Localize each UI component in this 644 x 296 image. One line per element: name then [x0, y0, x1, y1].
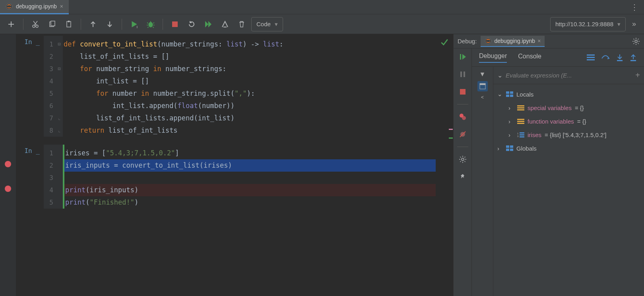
svg-point-10 — [485, 38, 491, 44]
restart-kernel-button[interactable] — [184, 17, 199, 31]
debug-content: Debugger Console ▼ < — [472, 48, 644, 296]
scope-label: Globals — [516, 145, 537, 152]
resume-button[interactable] — [458, 52, 468, 62]
tree-var-function[interactable]: › function variables = {} — [497, 114, 640, 128]
tab-overflow-menu-icon[interactable]: ⋮ — [625, 3, 644, 11]
editor-tab-label: debugging.ipynb — [16, 3, 57, 10]
svg-rect-34 — [517, 119, 524, 120]
marker-strip[interactable] — [448, 34, 453, 296]
frames-prev-icon[interactable]: < — [481, 95, 484, 100]
cell-type-dropdown[interactable]: Code ▾ — [251, 17, 283, 31]
add-cell-button[interactable] — [4, 17, 18, 31]
paste-button[interactable] — [62, 17, 76, 31]
toolbar-overflow-icon[interactable]: » — [628, 20, 640, 28]
svg-rect-20 — [587, 54, 595, 56]
copy-button[interactable] — [45, 17, 59, 31]
breakpoint-dot[interactable] — [5, 186, 11, 192]
editor-file-tab[interactable]: debugging.ipynb × — [0, 0, 69, 14]
interrupt-kernel-button[interactable] — [168, 17, 182, 31]
svg-rect-26 — [480, 83, 485, 85]
svg-point-17 — [462, 116, 466, 120]
debug-tool-window: Debug: debugging.ipynb × — [453, 34, 644, 296]
var-value: = {list} ['5.4,3;7,1.5,0.2'] — [545, 132, 606, 138]
expand-icon[interactable]: ⌄ — [497, 72, 502, 79]
fold-gutter[interactable]: ⊟⊟⌞⌞ — [56, 36, 63, 137]
ok-marker[interactable] — [449, 137, 453, 139]
tree-scope-globals[interactable]: › Globals — [497, 141, 640, 155]
tab-console[interactable]: Console — [518, 53, 541, 62]
layout-settings-icon[interactable] — [587, 54, 595, 62]
code-area[interactable]: irises = ["5.4,3;7,1.5,0.2"] iris_inputs… — [63, 145, 436, 209]
svg-rect-6 — [68, 21, 70, 22]
svg-point-8 — [149, 22, 153, 27]
jupyter-icon — [6, 3, 13, 10]
tab-debugger[interactable]: Debugger — [479, 52, 507, 63]
chevron-down-icon: ▾ — [275, 21, 278, 28]
add-watch-icon[interactable]: + — [635, 71, 640, 80]
toolbar-separator — [81, 19, 81, 30]
svg-rect-45 — [510, 149, 513, 151]
debug-settings-button[interactable] — [458, 154, 468, 164]
line-number-gutter: 12345678 — [44, 36, 56, 137]
editor-body: In _ 12345678 ⊟⊟⌞⌞ def convert_to_int_li… — [16, 34, 436, 296]
move-cell-up-button[interactable] — [86, 17, 100, 31]
move-cell-down-button[interactable] — [103, 17, 117, 31]
svg-rect-35 — [517, 121, 524, 122]
breakpoint-gutter[interactable] — [0, 34, 16, 296]
svg-text:1: 1 — [517, 132, 519, 135]
notebook-cell[interactable]: In _ 12345 irises = ["5.4,3;7,1.5,0.2"] … — [16, 145, 436, 209]
svg-point-19 — [462, 158, 464, 161]
tree-scope-locals[interactable]: ⌄ Locals — [497, 87, 640, 101]
evaluate-row: ⌄ Evaluate expression (E... + — [493, 67, 644, 84]
clear-outputs-button[interactable] — [218, 17, 232, 31]
mute-breakpoints-button[interactable] — [458, 129, 468, 139]
cell-prompt: In _ — [16, 145, 44, 209]
svg-rect-40 — [520, 134, 524, 135]
line-number-gutter: 12345 — [44, 145, 56, 209]
pause-button[interactable] — [458, 69, 468, 79]
fold-gutter[interactable] — [56, 145, 63, 209]
stop-button[interactable] — [458, 87, 468, 97]
close-tab-icon[interactable]: × — [60, 3, 63, 10]
step-into-icon[interactable] — [616, 54, 623, 62]
delete-cell-button[interactable] — [235, 17, 249, 31]
run-all-button[interactable] — [201, 17, 215, 31]
svg-point-2 — [36, 25, 38, 27]
toolbar-separator — [163, 19, 163, 30]
pin-button[interactable] — [458, 172, 468, 182]
evaluate-expression-input[interactable]: Evaluate expression (E... — [506, 72, 632, 79]
top-tabs-row: debugging.ipynb × ⋮ — [0, 0, 644, 14]
restore-layout-icon[interactable] — [477, 81, 488, 91]
run-cell-button[interactable]: I — [127, 17, 141, 31]
variables-panel: ⌄ Evaluate expression (E... + ⌄ Locals — [493, 67, 644, 296]
code-area[interactable]: def convert_to_int_list(number_strings: … — [63, 36, 436, 137]
svg-text:I: I — [137, 24, 138, 28]
main-split: In _ 12345678 ⊟⊟⌞⌞ def convert_to_int_li… — [0, 34, 644, 296]
step-out-icon[interactable] — [630, 54, 637, 62]
breakpoint-dot[interactable] — [5, 161, 11, 167]
svg-rect-43 — [510, 145, 513, 148]
debug-body: Debugger Console ▼ < — [454, 48, 644, 296]
debug-session-tab[interactable]: debugging.ipynb × — [481, 36, 545, 47]
svg-rect-21 — [587, 57, 595, 58]
view-breakpoints-button[interactable] — [458, 112, 468, 122]
frames-chevron-down-icon[interactable]: ▼ — [479, 71, 486, 78]
svg-rect-27 — [506, 91, 509, 94]
tree-var-special[interactable]: › special variables = {} — [497, 101, 640, 114]
cut-button[interactable] — [28, 17, 43, 31]
variables-tree[interactable]: ⌄ Locals › special variables = {} — [493, 84, 644, 158]
tree-var-irises[interactable]: › 13 irises = {list} ['5.4,3;7,1.5,0.2'] — [497, 128, 640, 141]
list-var-icon: 13 — [517, 132, 524, 137]
debug-settings-button[interactable] — [632, 37, 640, 45]
debug-cell-button[interactable] — [144, 17, 158, 31]
notebook-cell[interactable]: In _ 12345678 ⊟⊟⌞⌞ def convert_to_int_li… — [16, 36, 436, 137]
step-over-icon[interactable] — [601, 54, 610, 62]
svg-rect-22 — [587, 59, 595, 60]
svg-rect-33 — [517, 109, 524, 110]
svg-rect-44 — [506, 149, 509, 151]
warning-marker[interactable] — [449, 129, 453, 130]
server-url-dropdown[interactable]: http://10.32.1.29:8888 ▾ — [550, 17, 626, 31]
svg-text:3: 3 — [517, 135, 519, 137]
jupyter-icon — [485, 37, 492, 44]
close-icon[interactable]: × — [537, 38, 541, 44]
